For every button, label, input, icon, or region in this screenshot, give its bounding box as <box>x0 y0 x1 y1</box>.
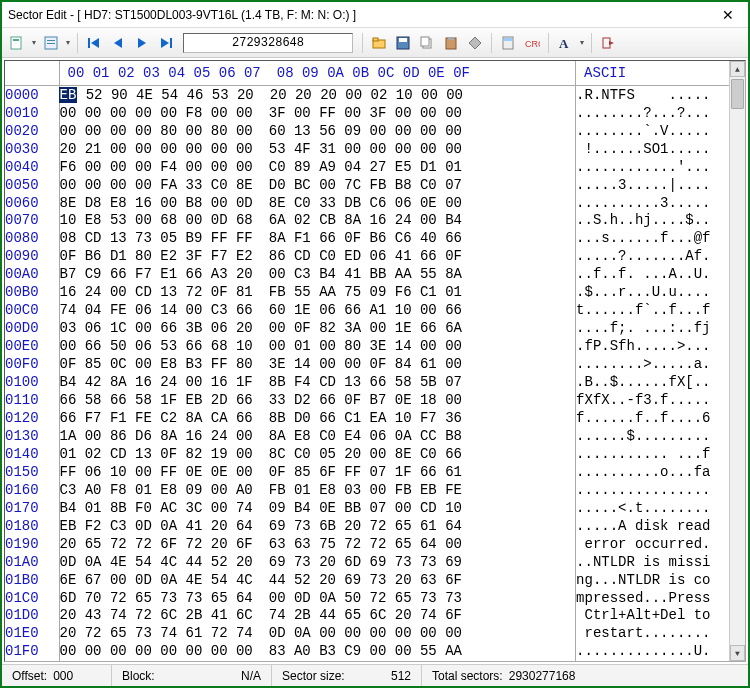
row-hex-bytes[interactable]: B4 42 8A 16 24 00 16 1F8B F4 CD 13 66 58… <box>59 374 576 392</box>
hex-row[interactable]: 005000 00 00 00 FA 33 C0 8ED0 BC 00 7C F… <box>5 176 745 194</box>
properties-dropdown[interactable] <box>64 32 72 54</box>
row-ascii[interactable]: .B..$......fX[.. <box>576 374 745 392</box>
nav-next-icon[interactable] <box>131 32 153 54</box>
hex-row[interactable]: 0150FF 06 10 00 FF 0E 0E 000F 85 6F FF 0… <box>5 463 745 481</box>
checksum-icon[interactable]: CRC <box>521 32 543 54</box>
vertical-scrollbar[interactable]: ▲ ▼ <box>729 61 745 661</box>
scroll-up-button[interactable]: ▲ <box>730 61 745 77</box>
row-hex-bytes[interactable]: 6E 67 00 0D 0A 4E 54 4C44 52 20 69 73 20… <box>59 571 576 589</box>
row-ascii[interactable]: ............'... <box>576 158 745 176</box>
row-hex-bytes[interactable]: 08 CD 13 73 05 B9 FF FF8A F1 66 0F B6 C6… <box>59 230 576 248</box>
row-ascii[interactable]: !......SO1..... <box>576 140 745 158</box>
paste-icon[interactable] <box>440 32 462 54</box>
row-hex-bytes[interactable]: B4 01 8B F0 AC 3C 00 7409 B4 0E BB 07 00… <box>59 499 576 517</box>
hex-row[interactable]: 007010 E8 53 00 68 00 0D 686A 02 CB 8A 1… <box>5 212 745 230</box>
row-hex-bytes[interactable]: F6 00 00 00 F4 00 00 00C0 89 A9 04 27 E5… <box>59 158 576 176</box>
row-hex-bytes[interactable]: 00 00 00 00 00 F8 00 003F 00 FF 00 3F 00… <box>59 104 576 122</box>
row-hex-bytes[interactable]: 6D 70 72 65 73 73 65 6400 0D 0A 50 72 65… <box>59 589 576 607</box>
hex-row[interactable]: 001000 00 00 00 00 F8 00 003F 00 FF 00 3… <box>5 104 745 122</box>
row-hex-bytes[interactable]: EB F2 C3 0D 0A 41 20 6469 73 6B 20 72 65… <box>59 517 576 535</box>
hex-row[interactable]: 01F000 00 00 00 00 00 00 0083 A0 B3 C9 0… <box>5 643 745 661</box>
hex-row[interactable]: 0180EB F2 C3 0D 0A 41 20 6469 73 6B 20 7… <box>5 517 745 535</box>
sector-number-input[interactable]: 2729328648 <box>183 33 353 53</box>
hex-row[interactable]: 003020 21 00 00 00 00 00 0053 4F 31 00 0… <box>5 140 745 158</box>
row-hex-bytes[interactable]: 10 E8 53 00 68 00 0D 686A 02 CB 8A 16 24… <box>59 212 576 230</box>
hex-editor[interactable]: 00 01 02 03 04 05 06 0708 09 0A 0B 0C 0D… <box>4 60 746 662</box>
hex-row[interactable]: 00D003 06 1C 00 66 3B 06 2000 0F 82 3A 0… <box>5 320 745 338</box>
row-ascii[interactable]: ..S.h..hj....$.. <box>576 212 745 230</box>
hex-row[interactable]: 0000EB 52 90 4E 54 46 53 2020 20 20 00 0… <box>5 86 745 104</box>
hex-row[interactable]: 01B06E 67 00 0D 0A 4E 54 4C44 52 20 69 7… <box>5 571 745 589</box>
row-hex-bytes[interactable]: B7 C9 66 F7 E1 66 A3 2000 C3 B4 41 BB AA… <box>59 266 576 284</box>
new-file-dropdown[interactable] <box>30 32 38 54</box>
hex-row[interactable]: 0170B4 01 8B F0 AC 3C 00 7409 B4 0E BB 0… <box>5 499 745 517</box>
row-hex-bytes[interactable]: 66 F7 F1 FE C2 8A CA 668B D0 66 C1 EA 10… <box>59 410 576 428</box>
font-icon[interactable]: A <box>554 32 576 54</box>
row-hex-bytes[interactable]: 0D 0A 4E 54 4C 44 52 2069 73 20 6D 69 73… <box>59 553 576 571</box>
row-hex-bytes[interactable]: C3 A0 F8 01 E8 09 00 A0FB 01 E8 03 00 FB… <box>59 481 576 499</box>
new-file-icon[interactable] <box>6 32 28 54</box>
nav-last-icon[interactable] <box>155 32 177 54</box>
row-ascii[interactable]: f......f..f....6 <box>576 410 745 428</box>
row-hex-bytes[interactable]: 1A 00 86 D6 8A 16 24 008A E8 C0 E4 06 0A… <box>59 427 576 445</box>
row-ascii[interactable]: error occurred. <box>576 535 745 553</box>
row-hex-bytes[interactable]: 74 04 FE 06 14 00 C3 6660 1E 06 66 A1 10… <box>59 302 576 320</box>
fill-icon[interactable] <box>464 32 486 54</box>
row-hex-bytes[interactable]: 01 02 CD 13 0F 82 19 008C C0 05 20 00 8E… <box>59 445 576 463</box>
row-hex-bytes[interactable]: 20 21 00 00 00 00 00 0053 4F 31 00 00 00… <box>59 140 576 158</box>
row-ascii[interactable]: .....?.......Af. <box>576 248 745 266</box>
calculator-icon[interactable] <box>497 32 519 54</box>
scroll-thumb[interactable] <box>731 79 744 109</box>
hex-row[interactable]: 002000 00 00 00 80 00 80 0060 13 56 09 0… <box>5 122 745 140</box>
row-ascii[interactable]: ng...NTLDR is co <box>576 571 745 589</box>
row-ascii[interactable]: fXfX..-f3.f..... <box>576 392 745 410</box>
hex-row[interactable]: 00C074 04 FE 06 14 00 C3 6660 1E 06 66 A… <box>5 302 745 320</box>
row-ascii[interactable]: .....<.t........ <box>576 499 745 517</box>
row-hex-bytes[interactable]: FF 06 10 00 FF 0E 0E 000F 85 6F FF 07 1F… <box>59 463 576 481</box>
close-button[interactable]: ✕ <box>714 7 742 23</box>
row-ascii[interactable]: ........?...?... <box>576 104 745 122</box>
nav-prev-icon[interactable] <box>107 32 129 54</box>
hex-row[interactable]: 012066 F7 F1 FE C2 8A CA 668B D0 66 C1 E… <box>5 410 745 428</box>
row-hex-bytes[interactable]: 20 72 65 73 74 61 72 740D 0A 00 00 00 00… <box>59 625 576 643</box>
row-hex-bytes[interactable]: 00 00 00 00 00 00 00 0083 A0 B3 C9 00 00… <box>59 643 576 661</box>
row-ascii[interactable]: ..NTLDR is missi <box>576 553 745 571</box>
hex-row[interactable]: 01A00D 0A 4E 54 4C 44 52 2069 73 20 6D 6… <box>5 553 745 571</box>
row-hex-bytes[interactable]: 00 00 00 00 FA 33 C0 8ED0 BC 00 7C FB B8… <box>59 176 576 194</box>
properties-icon[interactable] <box>40 32 62 54</box>
hex-row[interactable]: 00608E D8 E8 16 00 B8 00 0D8E C0 33 DB C… <box>5 194 745 212</box>
row-ascii[interactable]: Ctrl+Alt+Del to <box>576 607 745 625</box>
row-hex-bytes[interactable]: 03 06 1C 00 66 3B 06 2000 0F 82 3A 00 1E… <box>59 320 576 338</box>
hex-row[interactable]: 0160C3 A0 F8 01 E8 09 00 A0FB 01 E8 03 0… <box>5 481 745 499</box>
row-hex-bytes[interactable]: EB 52 90 4E 54 46 53 2020 20 20 00 02 10… <box>59 86 576 104</box>
hex-row[interactable]: 0040F6 00 00 00 F4 00 00 00C0 89 A9 04 2… <box>5 158 745 176</box>
row-ascii[interactable]: ....f;. ...:..fj <box>576 320 745 338</box>
row-ascii[interactable]: ..........3..... <box>576 194 745 212</box>
row-ascii[interactable]: .R.NTFS ..... <box>576 86 745 104</box>
row-ascii[interactable]: ................ <box>576 481 745 499</box>
scroll-down-button[interactable]: ▼ <box>730 645 745 661</box>
open-icon[interactable] <box>368 32 390 54</box>
row-ascii[interactable]: ......$......... <box>576 427 745 445</box>
row-ascii[interactable]: ........... ...f <box>576 445 745 463</box>
row-hex-bytes[interactable]: 20 65 72 72 6F 72 20 6F63 63 75 72 72 65… <box>59 535 576 553</box>
hex-row[interactable]: 01301A 00 86 D6 8A 16 24 008A E8 C0 E4 0… <box>5 427 745 445</box>
hex-row[interactable]: 011066 58 66 58 1F EB 2D 6633 D2 66 0F B… <box>5 392 745 410</box>
hex-row[interactable]: 00E000 66 50 06 53 66 68 1000 01 00 80 3… <box>5 338 745 356</box>
row-ascii[interactable]: .....A disk read <box>576 517 745 535</box>
hex-row[interactable]: 019020 65 72 72 6F 72 20 6F63 63 75 72 7… <box>5 535 745 553</box>
hex-row[interactable]: 00B016 24 00 CD 13 72 0F 81FB 55 AA 75 0… <box>5 284 745 302</box>
hex-row[interactable]: 014001 02 CD 13 0F 82 19 008C C0 05 20 0… <box>5 445 745 463</box>
row-ascii[interactable]: ........>.....a. <box>576 356 745 374</box>
row-ascii[interactable]: mpressed...Press <box>576 589 745 607</box>
save-icon[interactable] <box>392 32 414 54</box>
hex-row[interactable]: 00A0B7 C9 66 F7 E1 66 A3 2000 C3 B4 41 B… <box>5 266 745 284</box>
row-ascii[interactable]: ..............U. <box>576 643 745 661</box>
hex-row[interactable]: 01C06D 70 72 65 73 73 65 6400 0D 0A 50 7… <box>5 589 745 607</box>
row-ascii[interactable]: ..........o...fa <box>576 463 745 481</box>
row-hex-bytes[interactable]: 66 58 66 58 1F EB 2D 6633 D2 66 0F B7 0E… <box>59 392 576 410</box>
row-ascii[interactable]: t......f`..f...f <box>576 302 745 320</box>
hex-row[interactable]: 008008 CD 13 73 05 B9 FF FF8A F1 66 0F B… <box>5 230 745 248</box>
row-ascii[interactable]: ..f..f. ...A..U. <box>576 266 745 284</box>
copy-icon[interactable] <box>416 32 438 54</box>
